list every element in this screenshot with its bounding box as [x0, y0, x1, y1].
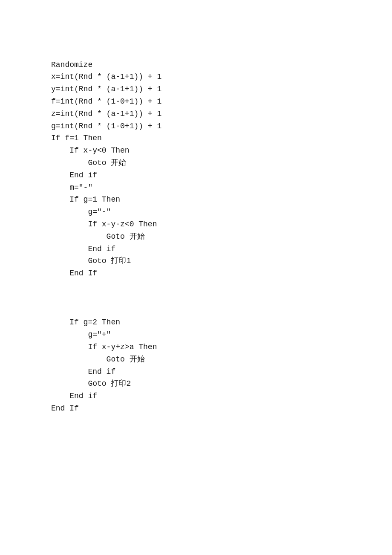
code-line-1 — [51, 46, 349, 59]
code-block: Randomizex=int(Rnd * (a-1+1)) + 1y=int(R… — [51, 34, 349, 415]
code-line-18: Goto 打印1 — [51, 255, 349, 267]
code-line-30: End If — [51, 402, 349, 415]
code-line-8: If f=1 Then — [51, 132, 349, 145]
code-line-28: Goto 打印2 — [51, 378, 349, 390]
code-line-19: End If — [51, 267, 349, 280]
code-line-23: If g=2 Then — [51, 316, 349, 329]
code-line-13: If g=1 Then — [51, 194, 349, 206]
code-line-29: End if — [51, 390, 349, 402]
code-container: Randomizex=int(Rnd * (a-1+1)) + 1y=int(R… — [0, 0, 392, 449]
code-line-24: g="+" — [51, 329, 349, 341]
code-line-3: x=int(Rnd * (a-1+1)) + 1 — [51, 71, 349, 83]
code-line-11: End if — [51, 169, 349, 182]
code-line-14: g="-" — [51, 206, 349, 218]
code-line-5: f=int(Rnd * (1-0+1)) + 1 — [51, 95, 349, 108]
code-line-20 — [51, 280, 349, 292]
code-line-27: End if — [51, 366, 349, 378]
code-line-16: Goto 开始 — [51, 231, 349, 243]
code-line-2: Randomize — [51, 59, 349, 71]
code-line-15: If x-y-z<0 Then — [51, 218, 349, 231]
code-line-22 — [51, 304, 349, 317]
code-line-7: g=int(Rnd * (1-0+1)) + 1 — [51, 120, 349, 133]
code-line-4: y=int(Rnd * (a-1+1)) + 1 — [51, 83, 349, 95]
code-line-0 — [51, 34, 349, 46]
code-line-10: Goto 开始 — [51, 157, 349, 169]
code-line-12: m="-" — [51, 182, 349, 194]
code-line-9: If x-y<0 Then — [51, 145, 349, 157]
code-line-26: Goto 开始 — [51, 353, 349, 366]
code-line-25: If x-y+z>a Then — [51, 341, 349, 353]
code-line-17: End if — [51, 243, 349, 255]
code-line-21 — [51, 292, 349, 304]
code-line-6: z=int(Rnd * (a-1+1)) + 1 — [51, 108, 349, 120]
